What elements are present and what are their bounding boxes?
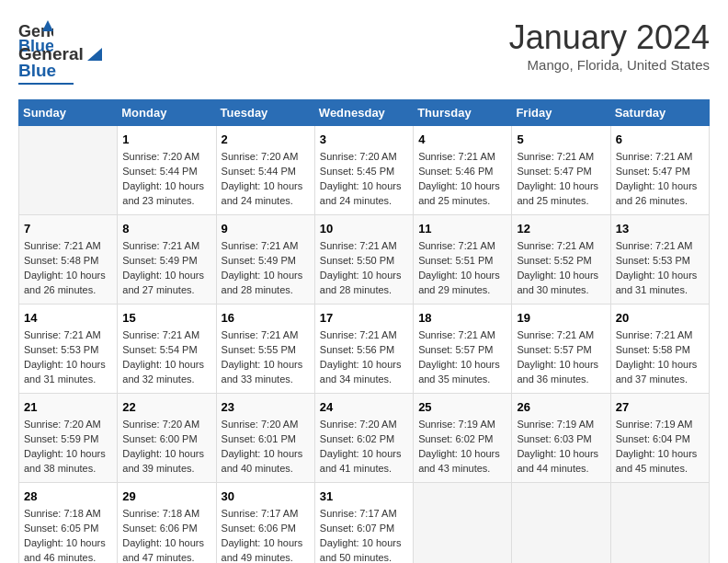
day-detail: Sunrise: 7:21 AM Sunset: 5:54 PM Dayligh… bbox=[122, 328, 210, 387]
day-detail: Sunrise: 7:20 AM Sunset: 5:45 PM Dayligh… bbox=[320, 150, 408, 209]
calendar-cell: 5Sunrise: 7:21 AM Sunset: 5:47 PM Daylig… bbox=[512, 126, 610, 215]
day-detail: Sunrise: 7:20 AM Sunset: 5:44 PM Dayligh… bbox=[122, 150, 210, 209]
weekday-header-saturday: Saturday bbox=[610, 100, 709, 126]
day-number: 13 bbox=[616, 221, 704, 237]
day-detail: Sunrise: 7:21 AM Sunset: 5:47 PM Dayligh… bbox=[616, 150, 704, 209]
calendar-cell: 29Sunrise: 7:18 AM Sunset: 6:06 PM Dayli… bbox=[118, 482, 216, 563]
calendar-cell: 25Sunrise: 7:19 AM Sunset: 6:02 PM Dayli… bbox=[414, 393, 512, 482]
day-number: 14 bbox=[24, 310, 112, 327]
day-number: 7 bbox=[24, 221, 112, 237]
day-detail: Sunrise: 7:21 AM Sunset: 5:57 PM Dayligh… bbox=[418, 328, 506, 387]
calendar-cell bbox=[610, 482, 709, 563]
calendar-cell: 12Sunrise: 7:21 AM Sunset: 5:52 PM Dayli… bbox=[512, 214, 610, 304]
day-number: 30 bbox=[222, 488, 310, 505]
calendar-cell: 13Sunrise: 7:21 AM Sunset: 5:53 PM Dayli… bbox=[610, 214, 709, 304]
calendar-cell: 9Sunrise: 7:21 AM Sunset: 5:49 PM Daylig… bbox=[216, 214, 314, 304]
calendar-cell: 15Sunrise: 7:21 AM Sunset: 5:54 PM Dayli… bbox=[118, 304, 216, 393]
day-detail: Sunrise: 7:19 AM Sunset: 6:03 PM Dayligh… bbox=[517, 418, 605, 477]
calendar-cell: 14Sunrise: 7:21 AM Sunset: 5:53 PM Dayli… bbox=[19, 304, 118, 393]
svg-marker-3 bbox=[87, 48, 102, 61]
day-detail: Sunrise: 7:21 AM Sunset: 5:50 PM Dayligh… bbox=[320, 239, 408, 298]
day-detail: Sunrise: 7:21 AM Sunset: 5:51 PM Dayligh… bbox=[418, 239, 506, 298]
day-number: 2 bbox=[222, 132, 310, 148]
calendar-cell: 17Sunrise: 7:21 AM Sunset: 5:56 PM Dayli… bbox=[314, 304, 413, 393]
day-detail: Sunrise: 7:17 AM Sunset: 6:07 PM Dayligh… bbox=[320, 507, 408, 563]
day-detail: Sunrise: 7:20 AM Sunset: 6:02 PM Dayligh… bbox=[320, 418, 408, 477]
calendar-cell: 6Sunrise: 7:21 AM Sunset: 5:47 PM Daylig… bbox=[610, 126, 709, 215]
logo: General Blue General Blue bbox=[18, 18, 102, 85]
day-number: 20 bbox=[616, 310, 704, 327]
calendar-week-row: 7Sunrise: 7:21 AM Sunset: 5:48 PM Daylig… bbox=[19, 214, 710, 304]
calendar-cell: 26Sunrise: 7:19 AM Sunset: 6:03 PM Dayli… bbox=[512, 393, 610, 482]
day-number: 4 bbox=[418, 132, 506, 148]
calendar-cell: 22Sunrise: 7:20 AM Sunset: 6:00 PM Dayli… bbox=[118, 393, 216, 482]
calendar-header-row: SundayMondayTuesdayWednesdayThursdayFrid… bbox=[19, 100, 710, 126]
calendar-cell: 1Sunrise: 7:20 AM Sunset: 5:44 PM Daylig… bbox=[118, 126, 216, 215]
day-number: 23 bbox=[222, 399, 310, 416]
calendar-cell: 30Sunrise: 7:17 AM Sunset: 6:06 PM Dayli… bbox=[216, 482, 314, 563]
calendar-cell: 11Sunrise: 7:21 AM Sunset: 5:51 PM Dayli… bbox=[414, 214, 512, 304]
page-header: General Blue General Blue January 2024 M… bbox=[18, 18, 710, 85]
calendar-cell: 7Sunrise: 7:21 AM Sunset: 5:48 PM Daylig… bbox=[19, 214, 118, 304]
day-detail: Sunrise: 7:18 AM Sunset: 6:05 PM Dayligh… bbox=[24, 507, 112, 563]
day-number: 11 bbox=[418, 221, 506, 237]
day-detail: Sunrise: 7:21 AM Sunset: 5:49 PM Dayligh… bbox=[222, 239, 310, 298]
day-detail: Sunrise: 7:18 AM Sunset: 6:06 PM Dayligh… bbox=[122, 507, 210, 563]
weekday-header-wednesday: Wednesday bbox=[314, 100, 413, 126]
calendar-cell: 18Sunrise: 7:21 AM Sunset: 5:57 PM Dayli… bbox=[414, 304, 512, 393]
day-number: 28 bbox=[24, 488, 112, 505]
day-detail: Sunrise: 7:17 AM Sunset: 6:06 PM Dayligh… bbox=[222, 507, 310, 563]
calendar-cell: 27Sunrise: 7:19 AM Sunset: 6:04 PM Dayli… bbox=[610, 393, 709, 482]
calendar-cell: 23Sunrise: 7:20 AM Sunset: 6:01 PM Dayli… bbox=[216, 393, 314, 482]
calendar-cell: 31Sunrise: 7:17 AM Sunset: 6:07 PM Dayli… bbox=[314, 482, 413, 563]
day-number: 18 bbox=[418, 310, 506, 327]
logo-blue: Blue bbox=[18, 61, 102, 81]
calendar-cell: 21Sunrise: 7:20 AM Sunset: 5:59 PM Dayli… bbox=[19, 393, 118, 482]
day-number: 12 bbox=[517, 221, 605, 237]
day-number: 21 bbox=[24, 399, 112, 416]
calendar-table: SundayMondayTuesdayWednesdayThursdayFrid… bbox=[18, 99, 710, 563]
day-detail: Sunrise: 7:21 AM Sunset: 5:46 PM Dayligh… bbox=[418, 150, 506, 209]
day-detail: Sunrise: 7:21 AM Sunset: 5:48 PM Dayligh… bbox=[24, 239, 112, 298]
day-number: 17 bbox=[320, 310, 408, 327]
weekday-header-sunday: Sunday bbox=[19, 100, 118, 126]
day-number: 25 bbox=[418, 399, 506, 416]
day-detail: Sunrise: 7:20 AM Sunset: 5:59 PM Dayligh… bbox=[24, 418, 112, 477]
weekday-header-thursday: Thursday bbox=[414, 100, 512, 126]
day-detail: Sunrise: 7:21 AM Sunset: 5:53 PM Dayligh… bbox=[24, 328, 112, 387]
day-number: 9 bbox=[222, 221, 310, 237]
logo-triangle-icon bbox=[87, 48, 102, 61]
page-subtitle: Mango, Florida, United States bbox=[509, 57, 710, 73]
day-number: 5 bbox=[517, 132, 605, 148]
calendar-cell bbox=[512, 482, 610, 563]
calendar-cell: 3Sunrise: 7:20 AM Sunset: 5:45 PM Daylig… bbox=[314, 126, 413, 215]
day-detail: Sunrise: 7:19 AM Sunset: 6:02 PM Dayligh… bbox=[418, 418, 506, 477]
calendar-cell: 19Sunrise: 7:21 AM Sunset: 5:57 PM Dayli… bbox=[512, 304, 610, 393]
calendar-week-row: 28Sunrise: 7:18 AM Sunset: 6:05 PM Dayli… bbox=[19, 482, 710, 563]
weekday-header-monday: Monday bbox=[118, 100, 216, 126]
calendar-cell bbox=[414, 482, 512, 563]
day-number: 31 bbox=[320, 488, 408, 505]
calendar-cell: 20Sunrise: 7:21 AM Sunset: 5:58 PM Dayli… bbox=[610, 304, 709, 393]
calendar-cell: 10Sunrise: 7:21 AM Sunset: 5:50 PM Dayli… bbox=[314, 214, 413, 304]
calendar-cell: 24Sunrise: 7:20 AM Sunset: 6:02 PM Dayli… bbox=[314, 393, 413, 482]
day-number: 3 bbox=[320, 132, 408, 148]
day-number: 24 bbox=[320, 399, 408, 416]
calendar-cell: 28Sunrise: 7:18 AM Sunset: 6:05 PM Dayli… bbox=[19, 482, 118, 563]
day-detail: Sunrise: 7:21 AM Sunset: 5:55 PM Dayligh… bbox=[222, 328, 310, 387]
weekday-header-tuesday: Tuesday bbox=[216, 100, 314, 126]
calendar-week-row: 14Sunrise: 7:21 AM Sunset: 5:53 PM Dayli… bbox=[19, 304, 710, 393]
day-number: 26 bbox=[517, 399, 605, 416]
day-detail: Sunrise: 7:20 AM Sunset: 6:01 PM Dayligh… bbox=[222, 418, 310, 477]
title-section: January 2024 Mango, Florida, United Stat… bbox=[509, 18, 710, 73]
weekday-header-friday: Friday bbox=[512, 100, 610, 126]
day-number: 8 bbox=[122, 221, 210, 237]
day-detail: Sunrise: 7:21 AM Sunset: 5:57 PM Dayligh… bbox=[517, 328, 605, 387]
calendar-cell: 4Sunrise: 7:21 AM Sunset: 5:46 PM Daylig… bbox=[414, 126, 512, 215]
calendar-cell: 8Sunrise: 7:21 AM Sunset: 5:49 PM Daylig… bbox=[118, 214, 216, 304]
day-detail: Sunrise: 7:21 AM Sunset: 5:49 PM Dayligh… bbox=[122, 239, 210, 298]
day-detail: Sunrise: 7:21 AM Sunset: 5:56 PM Dayligh… bbox=[320, 328, 408, 387]
calendar-cell bbox=[19, 126, 118, 215]
day-detail: Sunrise: 7:19 AM Sunset: 6:04 PM Dayligh… bbox=[616, 418, 704, 477]
day-number: 10 bbox=[320, 221, 408, 237]
